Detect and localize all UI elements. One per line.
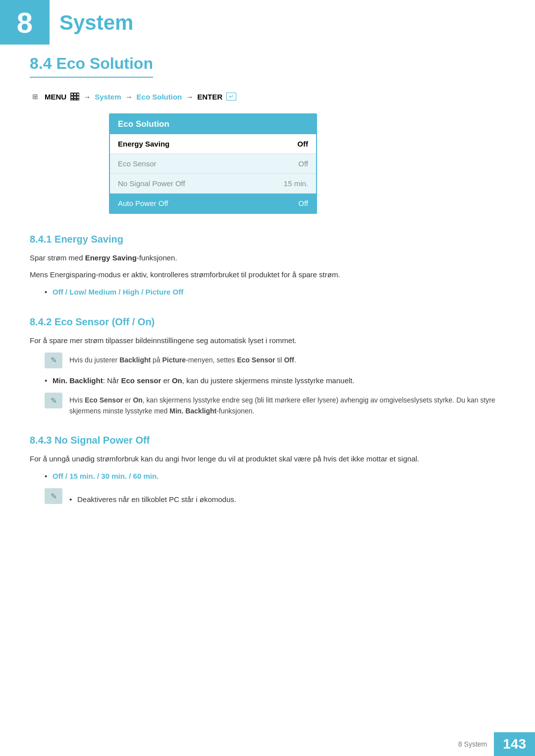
eco-menu-header: Eco Solution <box>110 114 316 134</box>
eco-row-no-signal-value: 15 min. <box>284 179 308 188</box>
eco-sensor-bold: Eco Sensor <box>237 356 275 364</box>
section-heading: 8.4 Eco Solution <box>30 54 153 78</box>
menu-eco: Eco Solution <box>137 93 182 101</box>
subsection-843-number: 8.4.3 <box>30 435 52 446</box>
note-bullet-843: Deaktiveres når en tilkoblet PC står i ø… <box>69 493 236 506</box>
bullet-843-text: Off / 15 min. / 30 min. / 60 min. <box>53 472 159 480</box>
footer-chapter-text: 8 System <box>451 735 494 753</box>
footer: 8 System 143 <box>451 732 535 756</box>
eco-row-eco-sensor[interactable]: Eco Sensor Off <box>110 154 316 174</box>
section-title: Eco Solution <box>56 54 153 72</box>
energy-saving-bold: Energy Saving <box>85 253 137 262</box>
subsection-842-number: 8.4.2 <box>30 316 52 327</box>
bullet-list-841: Off / Low/ Medium / High / Picture Off <box>45 286 505 299</box>
chapter-title: System <box>59 11 133 35</box>
note-icon-842-1 <box>45 353 62 368</box>
note-text-842-2: Hvis Eco Sensor er On, kan skjermens lys… <box>69 393 505 417</box>
footer-page-number: 143 <box>494 732 535 756</box>
arrow-separator: → <box>83 93 91 101</box>
off-bold: Off <box>284 356 294 364</box>
subsection-843-heading: 8.4.3 No Signal Power Off <box>30 435 505 446</box>
para-841-2: Mens Energisparing-modus er aktiv, kontr… <box>30 269 505 281</box>
arrow-separator-2: → <box>125 93 133 101</box>
bullet-841-item: Off / Low/ Medium / High / Picture Off <box>45 286 505 299</box>
eco-sensor-bold-2: Eco sensor <box>121 376 161 385</box>
section-number: 8.4 <box>30 54 52 72</box>
subsection-842-heading: 8.4.2 Eco Sensor (Off / On) <box>30 316 505 328</box>
subsection-841-heading: 8.4.1 Energy Saving <box>30 234 505 245</box>
eco-row-no-signal-label: No Signal Power Off <box>118 179 185 188</box>
eco-row-auto-power-off-value: Off <box>298 199 308 207</box>
note-843-text: Deaktiveres når en tilkoblet PC står i ø… <box>77 495 236 504</box>
para-843-1: For å unngå unødig strømforbruk kan du a… <box>30 453 505 465</box>
eco-row-energy-saving-value: Off <box>297 140 308 148</box>
note-box-842-1: Hvis du justerer Backlight på Picture-me… <box>45 353 505 368</box>
eco-row-energy-saving[interactable]: Energy Saving Off <box>110 134 316 154</box>
chapter-header-block: 8 <box>0 0 50 45</box>
bullet-843-item: Off / 15 min. / 30 min. / 60 min. <box>45 470 505 483</box>
para-842-1: For å spare mer strøm tilpasser bildeinn… <box>30 335 505 347</box>
bullet-list-843: Off / 15 min. / 30 min. / 60 min. <box>45 470 505 483</box>
eco-row-no-signal[interactable]: No Signal Power Off 15 min. <box>110 174 316 194</box>
subsection-841-title: Energy Saving <box>54 234 123 245</box>
remote-icon: ⊞ <box>30 92 41 101</box>
eco-row-energy-saving-label: Energy Saving <box>118 140 169 148</box>
chapter-number: 8 <box>17 6 33 39</box>
picture-bold: Picture <box>162 356 186 364</box>
eco-solution-menu-box: Eco Solution Energy Saving Off Eco Senso… <box>109 113 317 214</box>
on-bold: On <box>172 376 182 385</box>
enter-label: ENTER <box>197 93 222 101</box>
subsection-841-number: 8.4.1 <box>30 234 52 245</box>
min-backlight-bold-2: Min. Backlight <box>169 407 216 415</box>
on-bold-2: On <box>133 396 142 404</box>
para-841-1: Spar strøm med Energy Saving-funksjonen. <box>30 252 505 264</box>
note-box-843: Deaktiveres når en tilkoblet PC står i ø… <box>45 488 505 511</box>
eco-sensor-bold-3: Eco Sensor <box>85 396 123 404</box>
bullet-list-842: Min. Backlight: Når Eco sensor er On, ka… <box>45 374 505 387</box>
min-backlight-bold: Min. Backlight <box>53 376 103 385</box>
eco-row-auto-power-off-label: Auto Power Off <box>118 199 168 207</box>
main-content: 8.4 Eco Solution ⊞ MENU → System → Eco S… <box>0 54 535 556</box>
eco-row-eco-sensor-label: Eco Sensor <box>118 159 157 168</box>
menu-system: System <box>95 93 121 101</box>
note-icon-843 <box>45 488 62 504</box>
eco-row-auto-power-off[interactable]: Auto Power Off Off <box>110 194 316 213</box>
menu-label: MENU <box>45 93 66 101</box>
backlight-bold: Backlight <box>119 356 151 364</box>
note-box-842-2: Hvis Eco Sensor er On, kan skjermens lys… <box>45 393 505 417</box>
note-text-842-1: Hvis du justerer Backlight på Picture-me… <box>69 353 296 365</box>
note-843-item: Deaktiveres når en tilkoblet PC står i ø… <box>69 493 236 506</box>
grid-icon <box>70 93 79 101</box>
enter-icon: ↵ <box>226 93 236 101</box>
note-icon-842-2 <box>45 393 62 408</box>
menu-path: ⊞ MENU → System → Eco Solution → ENTER ↵ <box>30 92 505 101</box>
arrow-separator-3: → <box>186 93 193 101</box>
eco-row-eco-sensor-value: Off <box>298 159 308 168</box>
subsection-843-title: No Signal Power Off <box>54 435 150 446</box>
bullet-842-item: Min. Backlight: Når Eco sensor er On, ka… <box>45 374 505 387</box>
subsection-842-title: Eco Sensor (Off / On) <box>54 316 155 327</box>
bullet-841-text: Off / Low/ Medium / High / Picture Off <box>53 288 183 296</box>
